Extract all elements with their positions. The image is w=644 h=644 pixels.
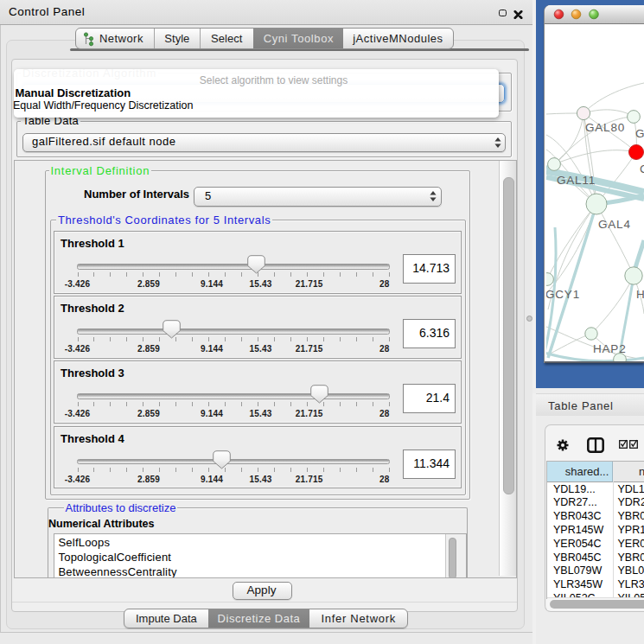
svg-text:GAL11: GAL11 [557,174,596,187]
svg-text:GCY1: GCY1 [546,288,580,301]
svg-text:HAP2: HAP2 [593,342,626,355]
svg-text:GAL80: GAL80 [585,121,625,134]
svg-text:G.: G. [635,127,644,140]
svg-text:C: C [640,163,644,175]
svg-text:GAL4: GAL4 [598,218,631,231]
svg-text:H: H [636,288,644,301]
